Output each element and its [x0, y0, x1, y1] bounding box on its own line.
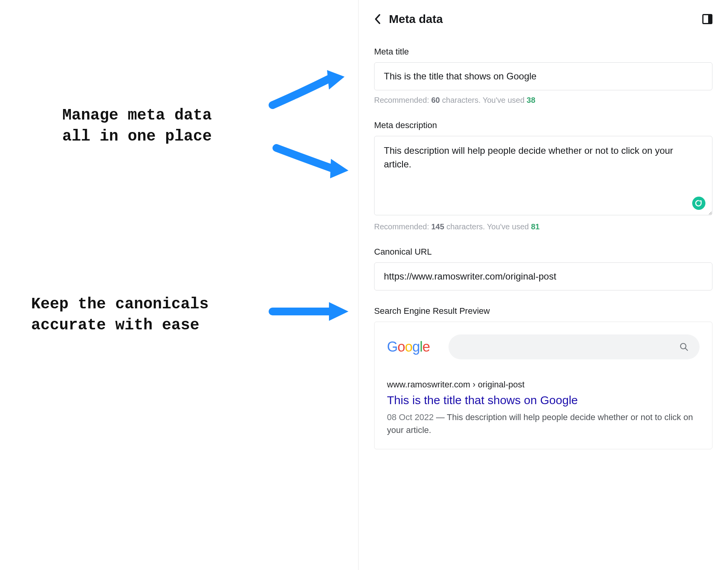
serp-breadcrumb: www.ramoswriter.com › original-post [387, 380, 700, 390]
meta-title-label: Meta title [374, 47, 712, 57]
meta-title-group: Meta title Recommended: 60 characters. Y… [374, 47, 712, 105]
arrow-icon [273, 140, 350, 179]
svg-line-3 [685, 348, 688, 350]
meta-title-input[interactable] [374, 62, 712, 90]
arrow-icon [269, 68, 346, 111]
back-button[interactable] [374, 14, 381, 25]
panel-right-icon [702, 14, 712, 24]
annotation-pane: Manage meta data all in one place Keep t… [0, 0, 358, 570]
serp-result-title: This is the title that shows on Google [387, 394, 700, 407]
meta-data-panel: Meta data Meta title Recommended: 60 cha… [358, 0, 728, 570]
meta-description-label: Meta description [374, 120, 712, 130]
panel-header: Meta data [374, 12, 712, 26]
serp-search-bar [448, 334, 700, 359]
serp-preview-label: Search Engine Result Preview [374, 306, 712, 316]
serp-preview-group: Search Engine Result Preview Google www.… [374, 306, 712, 449]
callout-meta: Manage meta data all in one place [62, 105, 212, 147]
canonical-url-label: Canonical URL [374, 247, 712, 257]
meta-description-input[interactable] [374, 136, 712, 215]
arrow-icon [269, 300, 350, 323]
canonical-url-input[interactable] [374, 262, 712, 290]
serp-preview-box: Google www.ramoswriter.com › original-po… [374, 322, 712, 449]
panel-title: Meta data [389, 12, 443, 26]
meta-title-hint: Recommended: 60 characters. You've used … [374, 96, 712, 105]
svg-rect-1 [708, 15, 711, 23]
chevron-left-icon [374, 14, 381, 25]
callout-canonical: Keep the canonicals accurate with ease [31, 294, 209, 336]
sidebar-toggle-button[interactable] [702, 14, 712, 24]
meta-description-hint: Recommended: 145 characters. You've used… [374, 222, 712, 231]
search-icon [679, 342, 689, 352]
meta-description-group: Meta description Recommended: 145 charac… [374, 120, 712, 231]
serp-result-description: 08 Oct 2022 — This description will help… [387, 411, 700, 436]
google-logo: Google [387, 339, 430, 355]
canonical-url-group: Canonical URL [374, 247, 712, 290]
